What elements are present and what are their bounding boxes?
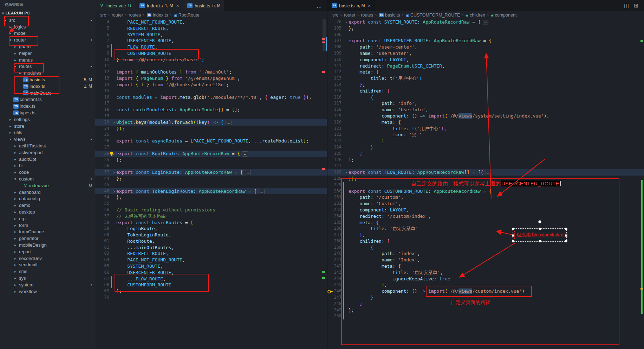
line-number[interactable]: 63 bbox=[99, 250, 109, 257]
chevron-right-icon[interactable]: ▸ bbox=[13, 217, 18, 221]
chevron-right-icon[interactable]: ▸ bbox=[18, 71, 23, 75]
chevron-right-icon[interactable]: ▸ bbox=[8, 31, 13, 35]
line-number[interactable]: 64 bbox=[99, 257, 109, 263]
chevron-right-icon[interactable]: ▸ bbox=[13, 290, 18, 293]
line-number[interactable]: 76 bbox=[331, 19, 341, 25]
line-number[interactable]: 36 bbox=[99, 163, 109, 169]
chevron-right-icon[interactable]: ▸ bbox=[13, 269, 18, 273]
tree-item-code[interactable]: ▸code bbox=[0, 169, 95, 176]
lightbulb-icon[interactable] bbox=[110, 152, 113, 155]
line-number[interactable]: 26 bbox=[99, 138, 109, 144]
line-number[interactable]: 233 bbox=[331, 207, 341, 213]
folded-region-ellipsis[interactable]: … bbox=[259, 189, 265, 194]
line-number[interactable]: 106 bbox=[331, 32, 341, 38]
line-number[interactable]: 120 bbox=[331, 119, 341, 126]
line-number[interactable]: 122 bbox=[331, 132, 341, 138]
line-number[interactable]: 25 bbox=[99, 132, 109, 138]
line-number[interactable]: 250 bbox=[331, 313, 341, 319]
line-number[interactable]: 114 bbox=[331, 82, 341, 88]
breadcrumb-item-CUSTOMFORM_ROUTE[interactable]: ▣CUSTOMFORM_ROUTE bbox=[405, 13, 460, 18]
line-number[interactable]: 16 bbox=[99, 94, 109, 101]
chevron-down-icon[interactable]: ▾ bbox=[13, 177, 18, 181]
line-number[interactable]: 7 bbox=[99, 38, 109, 44]
breadcrumb-item-router[interactable]: router bbox=[344, 13, 356, 18]
line-number[interactable]: 14 bbox=[99, 82, 109, 88]
chevron-right-icon[interactable]: ▸ bbox=[13, 51, 18, 55]
line-number[interactable]: 35 bbox=[99, 157, 109, 163]
line-number[interactable]: 244 bbox=[331, 276, 341, 282]
tree-item-constant.ts[interactable]: TSconstant.ts bbox=[0, 96, 95, 103]
line-number[interactable]: 249 bbox=[331, 307, 341, 313]
line-number[interactable]: 235 bbox=[331, 220, 341, 226]
tree-item-form[interactable]: ▸form bbox=[0, 222, 95, 229]
line-number[interactable]: 125 bbox=[331, 151, 341, 157]
line-number[interactable]: 56 bbox=[99, 207, 109, 213]
line-number[interactable]: 12 bbox=[99, 69, 109, 75]
tab-index.ts[interactable]: TSindex.ts1, M× bbox=[135, 0, 183, 11]
tree-item-views[interactable]: ▾views● bbox=[0, 136, 95, 142]
tree-item-settings[interactable]: ▸settings bbox=[0, 116, 95, 123]
line-number[interactable]: 231 bbox=[331, 194, 341, 201]
line-number[interactable]: 6 bbox=[99, 32, 109, 38]
chevron-right-icon[interactable]: ▸ bbox=[13, 45, 18, 49]
line-number[interactable]: 115 bbox=[331, 88, 341, 94]
chevron-right-icon[interactable]: ▸ bbox=[13, 283, 18, 287]
close-tab-icon[interactable]: × bbox=[175, 3, 179, 8]
tree-item-index.ts[interactable]: TSindex.ts1, M bbox=[0, 83, 95, 90]
chevron-right-icon[interactable]: ▸ bbox=[13, 170, 18, 174]
tree-item-helper[interactable]: ▸helper bbox=[0, 50, 95, 57]
line-number[interactable]: 28 bbox=[99, 151, 109, 157]
ruler-scrollbar-thumb[interactable] bbox=[323, 19, 326, 51]
line-number[interactable]: 109 bbox=[331, 50, 341, 57]
line-number[interactable]: 66 bbox=[99, 269, 109, 276]
chevron-right-icon[interactable]: ▸ bbox=[13, 151, 18, 154]
chevron-right-icon[interactable]: ▸ bbox=[13, 203, 18, 207]
line-number[interactable]: 116 bbox=[331, 94, 341, 101]
line-number[interactable]: 127 bbox=[331, 163, 341, 169]
chevron-right-icon[interactable]: ▸ bbox=[13, 210, 18, 214]
chevron-right-icon[interactable]: ▸ bbox=[13, 236, 18, 240]
tree-item-desktop[interactable]: ▸desktop bbox=[0, 209, 95, 215]
line-number[interactable]: 112 bbox=[331, 69, 341, 75]
chevron-right-icon[interactable]: ▸ bbox=[13, 223, 18, 227]
tree-item-router[interactable]: ▾router● bbox=[0, 37, 95, 43]
line-number[interactable]: 241 bbox=[331, 257, 341, 263]
line-number[interactable]: 238 bbox=[331, 238, 341, 245]
tab-basic.ts[interactable]: TSbasic.ts5, M bbox=[183, 0, 225, 11]
chevron-right-icon[interactable]: ▸ bbox=[13, 190, 18, 194]
chevron-right-icon[interactable]: ▸ bbox=[13, 164, 18, 167]
line-number[interactable]: 117 bbox=[331, 100, 341, 107]
chevron-right-icon[interactable]: ▸ bbox=[13, 230, 18, 234]
tree-item-model[interactable]: ▸model bbox=[0, 30, 95, 37]
tree-item-mobileDesign[interactable]: ▸mobileDesign bbox=[0, 242, 95, 248]
more-actions-icon[interactable]: … bbox=[312, 0, 327, 11]
tab-basic.ts[interactable]: TSbasic.ts5, M× bbox=[327, 0, 375, 11]
chevron-down-icon[interactable]: ▾ bbox=[3, 18, 8, 22]
breadcrumb-item-router[interactable]: router bbox=[112, 13, 123, 18]
breadcrumb-item-src[interactable]: src bbox=[332, 13, 338, 18]
folded-region-ellipsis[interactable]: … bbox=[245, 170, 251, 175]
close-tab-icon[interactable]: × bbox=[367, 3, 371, 8]
line-number[interactable]: 67 bbox=[99, 276, 109, 282]
line-number[interactable]: 247 bbox=[331, 294, 341, 301]
chevron-right-icon[interactable]: ▸ bbox=[8, 118, 13, 121]
tree-item-types.ts[interactable]: TStypes.ts bbox=[0, 109, 95, 116]
folded-region-ellipsis[interactable]: … bbox=[242, 151, 248, 157]
line-number[interactable]: 54 bbox=[99, 194, 109, 201]
tree-item-demo[interactable]: ▸demo bbox=[0, 202, 95, 209]
chevron-right-icon[interactable]: ▸ bbox=[13, 157, 18, 161]
editor-1[interactable]: 4 PAGE_NOT_FOUND_ROUTE,5 REDIRECT_ROUTE,… bbox=[95, 19, 327, 349]
tree-item-custom[interactable]: ▾custom● bbox=[0, 176, 95, 182]
breadcrumb-item-routes[interactable]: routes bbox=[361, 13, 373, 18]
line-number[interactable]: 68 bbox=[99, 282, 109, 288]
line-number[interactable]: 128 bbox=[331, 169, 341, 176]
chevron-right-icon[interactable]: ▸ bbox=[8, 131, 13, 134]
line-number[interactable]: 234 bbox=[331, 213, 341, 220]
tree-item-guard[interactable]: ▸guard bbox=[0, 43, 95, 50]
fold-chevron-icon[interactable]: › bbox=[112, 119, 115, 126]
line-number[interactable]: 69 bbox=[99, 288, 109, 294]
chevron-right-icon[interactable]: ▸ bbox=[13, 276, 18, 280]
chevron-right-icon[interactable]: ▸ bbox=[13, 197, 18, 201]
line-number[interactable]: 17 bbox=[99, 100, 109, 107]
fold-chevron-icon[interactable]: › bbox=[112, 169, 115, 176]
